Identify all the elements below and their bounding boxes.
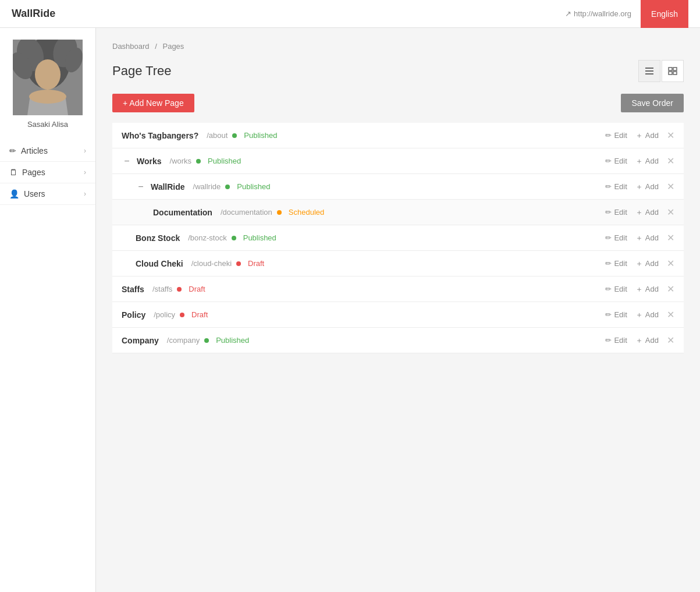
edit-icon: ✏ — [605, 157, 612, 165]
add-new-page-button[interactable]: + Add New Page — [112, 94, 194, 112]
page-slug: /bonz-stock — [188, 233, 226, 242]
avatar — [13, 40, 83, 115]
svg-rect-11 — [669, 68, 672, 70]
plus-icon: ＋ — [635, 130, 643, 141]
add-link[interactable]: ＋ Add — [635, 130, 659, 141]
page-name: WallRide — [151, 182, 185, 192]
delete-button[interactable]: ✕ — [667, 207, 674, 218]
page-header: Page Tree — [112, 60, 684, 82]
add-link[interactable]: ＋ Add — [635, 233, 659, 243]
page-slug: /policy — [154, 310, 175, 319]
page-name: Policy — [122, 310, 145, 320]
status-badge: Draft — [189, 285, 205, 293]
page-slug: /works — [170, 157, 192, 165]
topbar: WallRide ↗ http://wallride.org English — [0, 0, 700, 28]
collapse-button[interactable]: − — [122, 156, 132, 166]
page-name: Who's Tagbangers? — [122, 131, 198, 140]
add-link[interactable]: ＋ Add — [635, 284, 659, 295]
edit-link[interactable]: ✏ Edit — [605, 131, 627, 140]
add-link[interactable]: ＋ Add — [635, 207, 659, 218]
edit-link[interactable]: ✏ Edit — [605, 336, 627, 345]
actions-row: + Add New Page Save Order — [112, 94, 684, 112]
edit-icon: ✏ — [605, 233, 612, 242]
status-badge: Scheduled — [289, 208, 324, 217]
pages-icon: 🗒 — [9, 168, 17, 177]
page-tree: Who's Tagbangers? /about Published ✏ Edi… — [112, 123, 684, 353]
language-button[interactable]: English — [641, 0, 688, 28]
sidebar-nav: ✏ Articles › 🗒 Pages › 👤 Users › — [0, 140, 95, 205]
app-logo: WallRide — [12, 8, 55, 20]
table-row: − WallRide /wallride Published ✏ Edit ＋ … — [112, 174, 684, 200]
edit-link[interactable]: ✏ Edit — [605, 233, 627, 242]
main-content: Dashboard / Pages Page Tree — [96, 28, 700, 592]
edit-icon: ✏ — [605, 131, 612, 140]
sidebar-item-articles[interactable]: ✏ Articles › — [0, 140, 95, 162]
tree-icon — [668, 66, 677, 76]
table-row: Policy /policy Draft ✏ Edit ＋ Add ✕ — [112, 302, 684, 328]
svg-rect-14 — [673, 72, 677, 75]
page-slug: /wallride — [193, 182, 221, 191]
delete-button[interactable]: ✕ — [667, 258, 674, 269]
sidebar-item-pages[interactable]: 🗒 Pages › — [0, 162, 95, 183]
tree-view-button[interactable] — [662, 60, 684, 82]
delete-button[interactable]: ✕ — [667, 309, 674, 320]
edit-link[interactable]: ✏ Edit — [605, 208, 627, 217]
status-dot — [277, 210, 282, 215]
user-avatar-section: Sasaki Alisa — [0, 28, 95, 136]
status-dot — [232, 133, 237, 138]
page-slug: /company — [167, 336, 200, 345]
page-title: Page Tree — [112, 63, 172, 79]
page-name: Staffs — [122, 285, 144, 294]
edit-icon: ✏ — [605, 182, 612, 191]
svg-rect-12 — [673, 68, 677, 70]
edit-icon: ✏ — [605, 310, 612, 319]
page-name: Documentation — [153, 208, 212, 217]
edit-link[interactable]: ✏ Edit — [605, 310, 627, 319]
edit-link[interactable]: ✏ Edit — [605, 182, 627, 191]
plus-icon: ＋ — [635, 233, 643, 243]
table-row: Bonz Stock /bonz-stock Published ✏ Edit … — [112, 225, 684, 251]
status-badge: Draft — [248, 259, 264, 268]
external-url[interactable]: ↗ http://wallride.org — [565, 9, 631, 18]
svg-rect-13 — [669, 72, 672, 75]
edit-link[interactable]: ✏ Edit — [605, 285, 627, 293]
delete-button[interactable]: ✕ — [667, 181, 674, 192]
edit-icon: ✏ — [605, 285, 612, 293]
breadcrumb-pages: Pages — [162, 42, 184, 51]
save-order-button[interactable]: Save Order — [621, 94, 684, 112]
collapse-button[interactable]: − — [136, 182, 146, 192]
chevron-right-icon-pages: › — [84, 168, 86, 176]
delete-button[interactable]: ✕ — [667, 283, 674, 295]
user-name: Sasaki Alisa — [27, 120, 68, 129]
status-dot — [232, 236, 236, 240]
add-link[interactable]: ＋ Add — [635, 258, 659, 269]
sidebar-item-pages-label: Pages — [22, 168, 45, 177]
add-link[interactable]: ＋ Add — [635, 310, 659, 320]
plus-icon: ＋ — [635, 310, 643, 320]
add-link[interactable]: ＋ Add — [635, 182, 659, 192]
status-badge: Published — [244, 131, 277, 140]
page-name: Bonz Stock — [136, 233, 180, 243]
status-badge: Published — [208, 157, 241, 165]
view-toggle — [638, 60, 684, 82]
list-view-button[interactable] — [638, 60, 660, 82]
delete-button[interactable]: ✕ — [667, 155, 674, 166]
breadcrumb-dashboard[interactable]: Dashboard — [112, 42, 150, 51]
add-link[interactable]: ＋ Add — [635, 156, 659, 166]
status-badge: Published — [216, 336, 249, 345]
delete-button[interactable]: ✕ — [667, 335, 674, 346]
edit-link[interactable]: ✏ Edit — [605, 157, 627, 165]
sidebar-item-users[interactable]: 👤 Users › — [0, 183, 95, 205]
page-name: Company — [122, 336, 159, 345]
status-dot — [225, 185, 230, 189]
breadcrumb: Dashboard / Pages — [112, 42, 684, 51]
delete-button[interactable]: ✕ — [667, 130, 674, 141]
plus-icon: ＋ — [635, 182, 643, 192]
status-badge: Draft — [191, 310, 208, 319]
plus-icon: ＋ — [635, 284, 643, 295]
add-link[interactable]: ＋ Add — [635, 335, 659, 346]
edit-link[interactable]: ✏ Edit — [605, 259, 627, 268]
delete-button[interactable]: ✕ — [667, 232, 674, 243]
page-slug: /documentation — [221, 208, 272, 217]
svg-rect-10 — [645, 73, 653, 75]
